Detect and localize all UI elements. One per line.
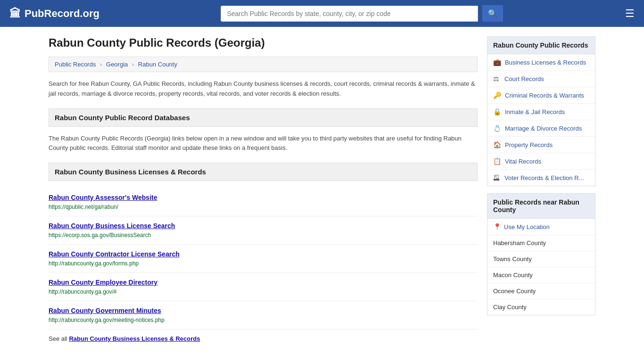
breadcrumb-link-rabun-county[interactable]: Rabun County: [138, 61, 177, 68]
search-area: 🔍: [221, 5, 504, 22]
breadcrumb-link-public-records[interactable]: Public Records: [55, 61, 96, 68]
search-input[interactable]: [221, 6, 478, 22]
record-link-item: Rabun County Government Minutes http://r…: [49, 301, 478, 329]
nearby-sidebar-section: Public Records near Rabun County 📍Use My…: [487, 193, 595, 315]
record-link-main[interactable]: Rabun County Assessor's Website: [49, 194, 478, 201]
sidebar-record-icon: 🗳: [493, 174, 501, 181]
breadcrumb-separator-2: ›: [132, 61, 136, 68]
record-link-main[interactable]: Rabun County Employee Directory: [49, 279, 478, 286]
databases-description: The Rabun County Public Records (Georgia…: [49, 134, 478, 154]
see-all: See all Rabun County Business Licenses &…: [49, 329, 478, 348]
sidebar-record-item[interactable]: 💍 Marriage & Divorce Records: [487, 120, 595, 137]
logo-icon: 🏛: [9, 7, 21, 20]
nearby-county-item[interactable]: Macon County: [487, 267, 595, 283]
sidebar-record-item[interactable]: 🏠 Property Records: [487, 137, 595, 153]
record-link-url[interactable]: https://qpublic.net/ga/rabun/: [49, 204, 118, 210]
record-link-url[interactable]: http://rabuncounty.ga.gov/#: [49, 288, 117, 295]
records-sidebar-section: Rabun County Public Records 💼 Business L…: [487, 36, 595, 186]
nearby-location-label: Use My Location: [504, 223, 550, 230]
sidebar-record-item[interactable]: 📋 Vital Records: [487, 153, 595, 170]
logo-text: PubRecord.org: [25, 8, 99, 20]
nearby-county-item[interactable]: Clay County: [487, 299, 595, 315]
sidebar-record-label: Criminal Records & Warrants: [505, 92, 584, 99]
search-button[interactable]: 🔍: [482, 5, 504, 22]
record-link-item: Rabun County Business License Search htt…: [49, 216, 478, 245]
breadcrumb: Public Records › Georgia › Rabun County: [49, 57, 478, 72]
record-link-main[interactable]: Rabun County Government Minutes: [49, 307, 478, 314]
page-description: Search for free Rabun County, GA Public …: [49, 79, 478, 99]
sidebar-record-item[interactable]: 🔒 Inmate & Jail Records: [487, 104, 595, 120]
nearby-use-location[interactable]: 📍Use My Location: [487, 219, 595, 235]
record-link-main[interactable]: Rabun County Contractor License Search: [49, 250, 478, 258]
sidebar-record-label: Vital Records: [505, 158, 541, 165]
databases-section-header: Rabun County Public Record Databases: [49, 108, 478, 127]
sidebar-record-label: Inmate & Jail Records: [505, 108, 565, 115]
sidebar-record-icon: 🔒: [493, 108, 501, 115]
location-icon: 📍: [493, 223, 501, 230]
search-icon: 🔍: [488, 9, 497, 17]
links-list: Rabun County Assessor's Website https://…: [49, 188, 478, 329]
record-link-item: Rabun County Employee Directory http://r…: [49, 273, 478, 301]
content-area: Rabun County Public Records (Georgia) Pu…: [49, 36, 478, 348]
records-sidebar-header: Rabun County Public Records: [487, 37, 595, 54]
sidebar-record-icon: 💼: [493, 58, 501, 66]
record-link-url[interactable]: https://ecorp.sos.ga.gov/BusinessSearch: [49, 232, 151, 239]
record-link-main[interactable]: Rabun County Business License Search: [49, 222, 478, 230]
sidebar: Rabun County Public Records 💼 Business L…: [487, 36, 595, 348]
sidebar-record-item[interactable]: 💼 Business Licenses & Records: [487, 54, 595, 71]
business-section-header: Rabun County Business Licenses & Records: [49, 163, 478, 181]
record-link-item: Rabun County Assessor's Website https://…: [49, 188, 478, 216]
nearby-items-list: 📍Use My LocationHabersham CountyTowns Co…: [487, 219, 595, 315]
site-header: 🏛 PubRecord.org 🔍 ☰: [0, 0, 644, 27]
nearby-sidebar-header: Public Records near Rabun County: [487, 194, 595, 219]
sidebar-record-icon: 📋: [493, 157, 501, 165]
sidebar-record-icon: ⚖: [493, 75, 501, 82]
see-all-text: See all: [49, 335, 69, 342]
sidebar-record-label: Court Records: [504, 75, 544, 82]
record-link-url[interactable]: http://rabuncounty.ga.gov/meeting-notice…: [49, 317, 165, 323]
sidebar-record-icon: 🏠: [493, 141, 501, 148]
breadcrumb-link-georgia[interactable]: Georgia: [106, 61, 128, 68]
nearby-county-item[interactable]: Towns County: [487, 251, 595, 267]
nearby-county-item[interactable]: Oconee County: [487, 283, 595, 299]
sidebar-record-item[interactable]: 🔑 Criminal Records & Warrants: [487, 87, 595, 104]
sidebar-record-label: Business Licenses & Records: [505, 59, 586, 66]
sidebar-record-label: Property Records: [505, 141, 553, 148]
menu-icon[interactable]: ☰: [625, 8, 635, 20]
main-container: Rabun County Public Records (Georgia) Pu…: [39, 27, 605, 357]
see-all-link[interactable]: Rabun County Business Licenses & Records: [69, 335, 200, 342]
sidebar-record-item[interactable]: 🗳 Voter Records & Election R...: [487, 170, 595, 186]
sidebar-record-icon: 🔑: [493, 91, 501, 99]
breadcrumb-separator-1: ›: [100, 61, 104, 68]
sidebar-record-icon: 💍: [493, 124, 501, 132]
sidebar-record-item[interactable]: ⚖ Court Records: [487, 71, 595, 87]
page-title: Rabun County Public Records (Georgia): [49, 36, 478, 49]
nearby-county-item[interactable]: Habersham County: [487, 235, 595, 251]
site-logo[interactable]: 🏛 PubRecord.org: [9, 7, 99, 20]
sidebar-record-label: Marriage & Divorce Records: [505, 125, 582, 132]
record-link-url[interactable]: http://rabuncounty.ga.gov/forms.php: [49, 260, 139, 267]
record-items-list: 💼 Business Licenses & Records ⚖ Court Re…: [487, 54, 595, 186]
sidebar-record-label: Voter Records & Election R...: [504, 174, 584, 181]
record-link-item: Rabun County Contractor License Search h…: [49, 245, 478, 273]
